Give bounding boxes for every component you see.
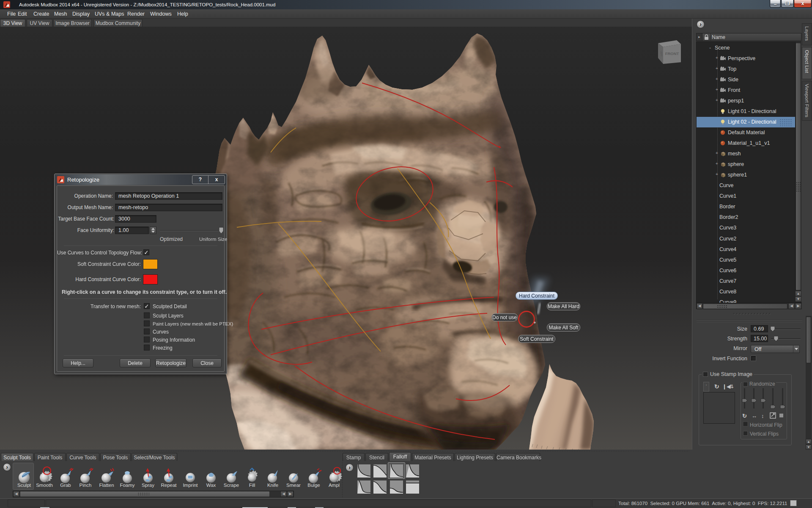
svg-text:↕: ↕ bbox=[761, 413, 764, 419]
svg-text:LEFT: LEFT bbox=[660, 51, 663, 57]
svg-text:FRONT: FRONT bbox=[665, 51, 679, 56]
svg-text:↔: ↔ bbox=[752, 413, 757, 419]
svg-text:↻: ↻ bbox=[742, 413, 747, 419]
